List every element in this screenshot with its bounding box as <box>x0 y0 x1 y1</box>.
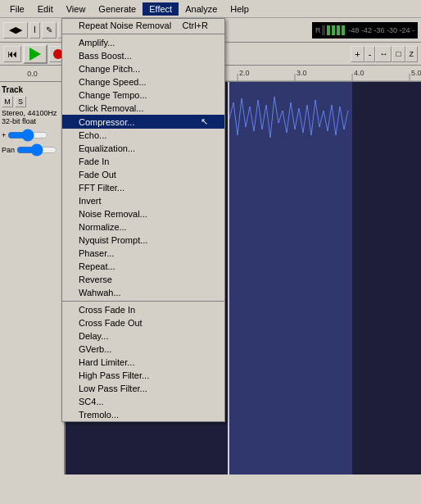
btn-play[interactable] <box>23 44 48 64</box>
menu-compressor[interactable]: Compressor... ↖ <box>62 115 224 129</box>
toolbar-btn-1[interactable]: ◀▶ <box>3 22 28 39</box>
btn-skip-start[interactable]: ⏮ <box>3 46 21 62</box>
menu-analyze[interactable]: Analyze <box>179 2 224 16</box>
playback-cursor <box>228 82 229 474</box>
menu-fft-filter[interactable]: FFT Filter... <box>62 181 224 194</box>
menu-high-pass-filter[interactable]: High Pass Filter... <box>62 369 224 382</box>
menu-wahwah[interactable]: Wahwah... <box>62 286 224 299</box>
menu-click-removal[interactable]: Click Removal... <box>62 102 224 115</box>
track-label: Track M S Stereo, 44100Hz 32-bit float +… <box>0 82 66 474</box>
cursor-icon: ↖ <box>201 116 208 127</box>
menu-invert[interactable]: Invert <box>62 194 224 207</box>
svg-text:3.0: 3.0 <box>297 69 307 77</box>
track-mute-btn[interactable]: M <box>2 96 13 107</box>
menu-normalize[interactable]: Normalize... <box>62 220 224 234</box>
menu-edit[interactable]: Edit <box>31 2 60 16</box>
menu-low-pass-filter[interactable]: Low Pass Filter... <box>62 382 224 395</box>
menu-sep-2 <box>62 301 224 302</box>
pan-slider[interactable] <box>16 143 57 157</box>
menu-hard-limiter[interactable]: Hard Limiter... <box>62 356 224 369</box>
pan-label: Pan <box>2 146 15 154</box>
menu-help[interactable]: Help <box>224 2 256 16</box>
menu-bass-boost[interactable]: Bass Boost... <box>62 49 224 62</box>
menu-reverse[interactable]: Reverse <box>62 273 224 286</box>
track-info: Stereo, 44100Hz 32-bit float <box>2 109 62 125</box>
menu-sep-1 <box>62 34 224 34</box>
menu-echo[interactable]: Echo... <box>62 129 224 142</box>
menu-delay[interactable]: Delay... <box>62 329 224 343</box>
menu-effect[interactable]: Effect <box>143 2 179 16</box>
menu-cross-fade-in[interactable]: Cross Fade In <box>62 303 224 316</box>
track-bit: 32-bit float <box>2 117 62 125</box>
menu-fade-out[interactable]: Fade Out <box>62 168 224 181</box>
menu-repeat[interactable]: Repeat... <box>62 260 224 273</box>
gain-slider[interactable] <box>7 129 48 142</box>
menu-repeat-noise-removal[interactable]: Repeat Noise Removal Ctrl+R <box>62 19 224 32</box>
toolbar-btn-3[interactable]: ✎ <box>42 22 57 39</box>
menu-phaser[interactable]: Phaser... <box>62 247 224 260</box>
menu-change-speed[interactable]: Change Speed... <box>62 75 224 89</box>
play-icon <box>29 48 41 61</box>
menu-sc4[interactable]: SC4... <box>62 395 224 408</box>
menubar: File Edit View Generate Effect Analyze H… <box>0 0 421 18</box>
menu-fade-in[interactable]: Fade In <box>62 155 224 168</box>
track-channels: Stereo, 44100Hz <box>2 109 62 117</box>
btn-zoom-out[interactable]: - <box>364 46 376 62</box>
menu-change-tempo[interactable]: Change Tempo... <box>62 89 224 102</box>
menu-equalization[interactable]: Equalization... <box>62 142 224 155</box>
menu-file[interactable]: File <box>3 2 31 16</box>
track-solo-btn[interactable]: S <box>15 96 26 107</box>
btn-zoom-in[interactable]: + <box>351 46 364 62</box>
menu-tremolo[interactable]: Tremolo... <box>62 408 224 421</box>
menu-item-shortcut: Ctrl+R <box>183 20 208 30</box>
menu-view[interactable]: View <box>60 2 93 16</box>
menu-item-label: Repeat Noise Removal <box>79 20 171 30</box>
svg-text:2.0: 2.0 <box>239 69 250 77</box>
menu-cross-fade-out[interactable]: Cross Fade Out <box>62 316 224 329</box>
btn-zoom-fit[interactable]: ↔ <box>375 46 392 62</box>
svg-text:5.0: 5.0 <box>411 69 421 77</box>
menu-change-pitch[interactable]: Change Pitch... <box>62 62 224 75</box>
toolbar-btn-2[interactable]: I <box>29 22 40 39</box>
selection-region <box>229 82 352 474</box>
menu-generate[interactable]: Generate <box>92 2 143 16</box>
track-name: Track <box>2 85 62 94</box>
svg-text:4.0: 4.0 <box>354 69 364 77</box>
menu-nyquist-prompt[interactable]: Nyquist Prompt... <box>62 234 224 247</box>
gain-label: + <box>2 131 6 139</box>
btn-fit-project[interactable]: □ <box>392 46 405 62</box>
ruler-side-label: 0.0 <box>0 66 66 82</box>
menu-noise-removal[interactable]: Noise Removal... <box>62 207 224 220</box>
menu-gverb[interactable]: GVerb... <box>62 343 224 356</box>
btn-zoom-sel[interactable]: Z <box>405 46 419 62</box>
menu-amplify[interactable]: Amplify... <box>62 36 224 49</box>
effect-dropdown-menu: Repeat Noise Removal Ctrl+R Amplify... B… <box>61 18 225 422</box>
